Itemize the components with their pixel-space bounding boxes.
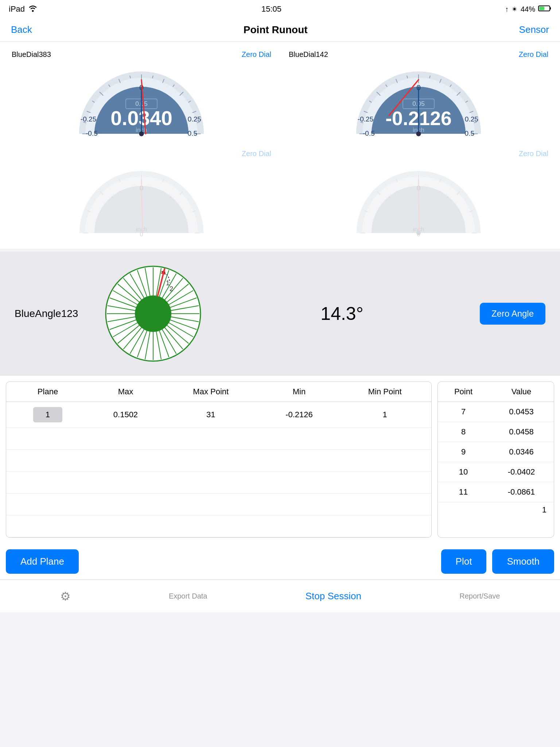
- point-cell: 8: [438, 422, 489, 442]
- dial2-name: BlueDial142: [289, 50, 328, 59]
- dial1-wrapper: 0 -0.25 0.25 -0.5 0.5 0.05 0.0340 inch: [9, 61, 274, 141]
- dial3-container: Zero Dial: [6, 147, 277, 243]
- settings-icon: ⚙: [60, 589, 71, 603]
- battery-icon: [538, 5, 551, 14]
- dials-section: BlueDial383 Zero Dial: [0, 42, 560, 249]
- point-table-row: 11 -0.0861: [438, 482, 554, 502]
- table-row: [6, 494, 431, 515]
- dial1-zero-button[interactable]: Zero Dial: [242, 50, 271, 59]
- plane-table-header-plane: Plane: [6, 382, 89, 402]
- wifi-icon: [28, 4, 38, 14]
- point-cell: 11: [438, 482, 489, 502]
- sensor-button[interactable]: Sensor: [519, 24, 549, 35]
- value-cell: -0.0402: [489, 462, 554, 482]
- dial4-container: Zero Dial: [283, 147, 554, 243]
- svg-point-126: [135, 295, 171, 332]
- point-table-row: 7 0.0453: [438, 402, 554, 422]
- table-row: [6, 450, 431, 472]
- point-table-header-point: Point: [438, 382, 489, 402]
- gps-icon: ↑: [505, 5, 509, 13]
- point-table-header-value: Value: [489, 382, 554, 402]
- svg-text:2: 2: [170, 285, 173, 293]
- time-display: 15:05: [261, 4, 281, 14]
- add-plane-button[interactable]: Add Plane: [6, 549, 79, 574]
- angle-wheel-svg: 1 2: [102, 263, 204, 365]
- dial2-zero-button[interactable]: Zero Dial: [519, 50, 548, 59]
- svg-text:-0.5: -0.5: [363, 129, 375, 137]
- plane-table-header-maxpoint: Max Point: [162, 382, 260, 402]
- action-buttons: Add Plane Plot Smooth: [0, 543, 560, 580]
- settings-toolbar-item[interactable]: ⚙: [60, 589, 71, 603]
- report-save-label: Report/Save: [459, 592, 500, 600]
- report-save-toolbar-item[interactable]: Report/Save: [459, 592, 500, 600]
- svg-rect-2: [550, 7, 551, 9]
- svg-text:0: 0: [417, 231, 420, 238]
- carrier-label: iPad: [9, 4, 25, 14]
- minpoint-cell: 1: [338, 402, 431, 428]
- min-cell: -0.2126: [260, 402, 339, 428]
- plane-table-header-min: Min: [260, 382, 339, 402]
- export-data-toolbar-item[interactable]: Export Data: [169, 592, 207, 600]
- value-cell: 0.0458: [489, 422, 554, 442]
- stop-session-label: Stop Session: [306, 591, 361, 602]
- back-button[interactable]: Back: [11, 24, 32, 35]
- point-table-row: 9 0.0346: [438, 442, 554, 462]
- svg-point-61: [416, 131, 421, 136]
- dial3-wrapper: 0 inch 0: [9, 160, 274, 240]
- right-action-buttons: Plot Smooth: [441, 549, 554, 574]
- value-cell: 0.0453: [489, 402, 554, 422]
- dial2-wrapper: 0 -0.25 0.25 -0.5 0.5 0.05 -0.2126 inch: [286, 61, 551, 141]
- svg-text:1: 1: [166, 279, 170, 287]
- bluetooth-icon: ✴: [512, 5, 518, 13]
- svg-text:0.25: 0.25: [465, 115, 478, 123]
- plot-button[interactable]: Plot: [441, 549, 487, 574]
- svg-text:0.5: 0.5: [187, 129, 197, 137]
- table-row: [6, 428, 431, 450]
- angle-device-label: BlueAngle123: [15, 308, 88, 320]
- dial3-zero-button[interactable]: Zero Dial: [242, 150, 271, 158]
- stop-session-toolbar-item[interactable]: Stop Session: [306, 591, 361, 602]
- point-table-row: 10 -0.0402: [438, 462, 554, 482]
- point-table: Point Value 7 0.0453 8 0.0458 9 0.0346 1…: [438, 382, 554, 538]
- angle-value-display: 14.3°: [219, 303, 465, 324]
- toolbar: ⚙ Export Data Stop Session Report/Save: [0, 580, 560, 612]
- value-cell: -0.0861: [489, 482, 554, 502]
- dials-row-2: Zero Dial: [6, 147, 554, 243]
- plane-table-header-minpoint: Min Point: [338, 382, 431, 402]
- page-number: 1: [438, 502, 554, 518]
- point-cell: 7: [438, 402, 489, 422]
- max-cell: 0.1502: [89, 402, 162, 428]
- plane-table: Plane Max Max Point Min Min Point 1 0.15…: [6, 382, 432, 538]
- status-left: iPad: [9, 4, 38, 14]
- svg-text:0.25: 0.25: [188, 115, 201, 123]
- value-cell: 0.0346: [489, 442, 554, 462]
- svg-point-32: [139, 131, 144, 136]
- angle-section: BlueAngle123: [0, 252, 560, 376]
- point-table-row: 8 0.0458: [438, 422, 554, 442]
- dial4-svg: 0 inch 0: [286, 160, 551, 240]
- dial1-svg: 0 -0.25 0.25 -0.5 0.5 0.05 0.0340 inch: [9, 61, 274, 141]
- status-bar: iPad 15:05 ↑ ✴ 44%: [0, 0, 560, 18]
- maxpoint-cell: 31: [162, 402, 260, 428]
- dial4-zero-button[interactable]: Zero Dial: [519, 150, 548, 158]
- page-title: Point Runout: [244, 24, 308, 36]
- table-row: [6, 472, 431, 494]
- svg-text:0: 0: [140, 231, 143, 238]
- zero-angle-button[interactable]: Zero Angle: [480, 303, 545, 325]
- status-right: ↑ ✴ 44%: [505, 5, 551, 14]
- plane-cell: 1: [6, 402, 89, 428]
- point-cell: 10: [438, 462, 489, 482]
- dial1-container: BlueDial383 Zero Dial: [6, 47, 277, 144]
- table-row: 1 0.1502 31 -0.2126 1: [6, 402, 431, 428]
- smooth-button[interactable]: Smooth: [492, 549, 554, 574]
- svg-text:-0.25: -0.25: [358, 115, 374, 123]
- data-section: Plane Max Max Point Min Min Point 1 0.15…: [0, 376, 560, 543]
- nav-bar: Back Point Runout Sensor: [0, 18, 560, 42]
- battery-label: 44%: [521, 5, 535, 13]
- plane-table-header-max: Max: [89, 382, 162, 402]
- svg-point-0: [32, 10, 34, 12]
- plane-number: 1: [33, 407, 62, 422]
- point-cell: 9: [438, 442, 489, 462]
- export-data-label: Export Data: [169, 592, 207, 600]
- angle-wheel: 1 2: [102, 263, 204, 365]
